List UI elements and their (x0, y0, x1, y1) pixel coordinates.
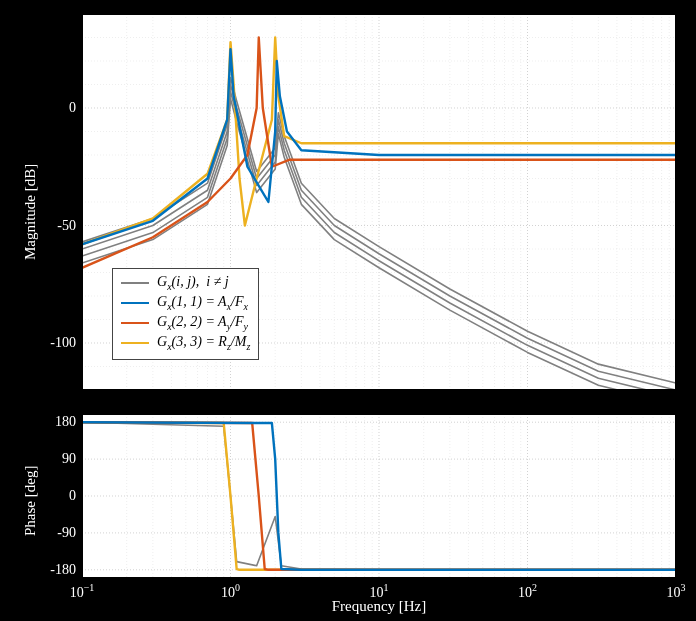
legend-label: Gx(2, 2) = Ay/Fy (157, 314, 248, 332)
phase-panel: -180 -90 0 90 180 10−1 100 101 102 103 (82, 414, 676, 578)
magnitude-panel: -100 -50 0 Gx(i, j), i ≠ jGx(1, 1) = Ax/… (82, 14, 676, 390)
legend: Gx(i, j), i ≠ jGx(1, 1) = Ax/FxGx(2, 2) … (112, 268, 259, 360)
magnitude-ytick: 0 (69, 100, 76, 116)
legend-item: Gx(2, 2) = Ay/Fy (121, 313, 250, 333)
magnitude-ylabel: Magnitude [dB] (22, 164, 39, 260)
xtick: 103 (667, 582, 686, 601)
legend-swatch (121, 282, 149, 284)
legend-item: Gx(i, j), i ≠ j (121, 273, 250, 293)
legend-swatch (121, 302, 149, 304)
legend-item: Gx(3, 3) = Rz/Mz (121, 333, 250, 353)
xtick: 100 (221, 582, 240, 601)
magnitude-ytick: -100 (50, 335, 76, 351)
legend-item: Gx(1, 1) = Ax/Fx (121, 293, 250, 313)
phase-curves (82, 414, 676, 578)
legend-swatch (121, 342, 149, 344)
legend-label: Gx(i, j), i ≠ j (157, 274, 229, 292)
legend-label: Gx(3, 3) = Rz/Mz (157, 334, 250, 352)
phase-ytick: 90 (62, 451, 76, 467)
bode-figure: -100 -50 0 Gx(i, j), i ≠ jGx(1, 1) = Ax/… (0, 0, 696, 621)
phase-ytick: 0 (69, 488, 76, 504)
legend-label: Gx(1, 1) = Ax/Fx (157, 294, 248, 312)
xtick: 10−1 (70, 582, 95, 601)
phase-ytick: -90 (57, 525, 76, 541)
phase-ytick: 180 (55, 414, 76, 430)
phase-ylabel: Phase [deg] (22, 466, 39, 536)
legend-swatch (121, 322, 149, 324)
xlabel: Frequency [Hz] (332, 598, 427, 615)
xtick: 102 (518, 582, 537, 601)
phase-ytick: -180 (50, 562, 76, 578)
magnitude-ytick: -50 (57, 218, 76, 234)
